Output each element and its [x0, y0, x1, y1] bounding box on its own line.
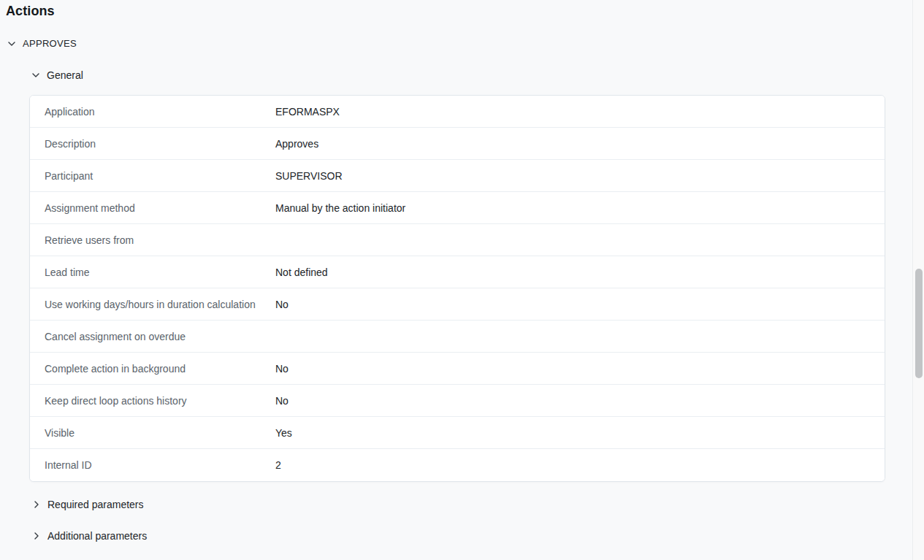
property-value: SUPERVISOR — [275, 170, 885, 182]
table-row: Description Approves — [30, 128, 885, 160]
property-label: Cancel assignment on overdue — [30, 331, 275, 342]
property-label: Keep direct loop actions history — [30, 395, 275, 407]
general-properties-table: Application EFORMASPX Description Approv… — [29, 95, 885, 482]
actions-panel: Actions APPROVES General Application EFO… — [0, 0, 924, 560]
section-label-required-parameters: Required parameters — [47, 499, 144, 510]
property-label: Internal ID — [30, 459, 275, 471]
vertical-scrollbar[interactable] — [912, 0, 924, 560]
property-label: Complete action in background — [30, 363, 275, 375]
property-label: Assignment method — [30, 202, 275, 214]
property-label: Participant — [30, 170, 275, 182]
property-value: Yes — [275, 427, 885, 439]
table-row: Visible Yes — [30, 417, 885, 449]
table-row: Participant SUPERVISOR — [30, 160, 885, 192]
property-value: Approves — [275, 138, 885, 150]
table-row: Application EFORMASPX — [30, 96, 885, 128]
table-row: Lead time Not defined — [30, 256, 885, 288]
chevron-down-icon — [31, 71, 40, 80]
table-row: Use working days/hours in duration calcu… — [30, 288, 885, 321]
table-row: Keep direct loop actions history No — [30, 385, 885, 417]
property-label: Use working days/hours in duration calcu… — [30, 299, 275, 310]
section-header-general[interactable]: General — [31, 69, 83, 81]
page-title: Actions — [6, 4, 55, 19]
table-row: Complete action in background No — [30, 353, 885, 385]
chevron-right-icon — [32, 500, 41, 509]
table-row: Assignment method Manual by the action i… — [30, 192, 885, 224]
property-value: EFORMASPX — [275, 106, 885, 118]
section-header-required-parameters[interactable]: Required parameters — [32, 499, 144, 510]
section-header-approves[interactable]: APPROVES — [7, 38, 77, 49]
section-label-additional-parameters: Additional parameters — [47, 530, 147, 542]
property-value: Not defined — [275, 266, 885, 278]
section-label-general: General — [47, 69, 83, 81]
property-label: Retrieve users from — [30, 234, 275, 246]
table-row: Cancel assignment on overdue — [30, 321, 885, 353]
table-row: Internal ID 2 — [30, 449, 885, 481]
property-label: Lead time — [30, 266, 275, 278]
section-label-approves: APPROVES — [23, 38, 77, 49]
property-value: No — [275, 299, 885, 310]
table-row: Retrieve users from — [30, 224, 885, 256]
property-value: No — [275, 363, 885, 375]
scrollbar-thumb[interactable] — [915, 269, 923, 378]
property-value: 2 — [275, 459, 885, 471]
section-header-additional-parameters[interactable]: Additional parameters — [32, 530, 147, 542]
property-label: Application — [30, 106, 275, 118]
property-value: Manual by the action initiator — [275, 202, 885, 214]
property-label: Visible — [30, 427, 275, 439]
chevron-down-icon — [7, 39, 16, 48]
property-value: No — [275, 395, 885, 407]
chevron-right-icon — [32, 532, 41, 540]
property-label: Description — [30, 138, 275, 150]
